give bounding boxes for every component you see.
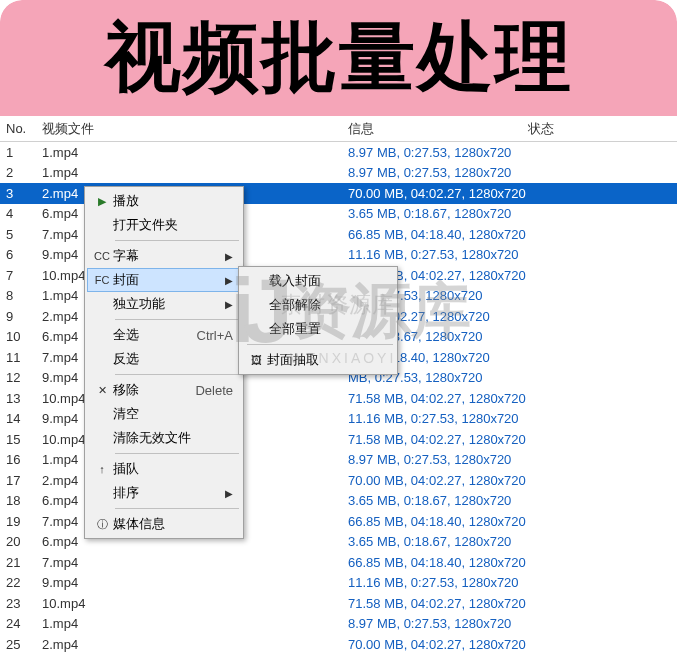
row-filename: 1.mp4 [38, 145, 348, 160]
row-no: 24 [0, 616, 38, 631]
close-icon: ✕ [91, 384, 113, 397]
row-info: 8.97 MB, 0:27.53, 1280x720 [348, 452, 677, 467]
row-info: 66.85 MB, 04:18.40, 1280x720 [348, 555, 677, 570]
table-row[interactable]: 21.mp48.97 MB, 0:27.53, 1280x720 [0, 163, 677, 184]
row-info: 8.97 MB, 0:27.53, 1280x720 [348, 616, 677, 631]
row-info: 66.85 MB, 04:18.40, 1280x720 [348, 227, 677, 242]
play-icon: ▶ [91, 195, 113, 208]
arrow-up-icon: ↑ [91, 463, 113, 475]
row-filename: 7.mp4 [38, 555, 348, 570]
row-info: 70.00 MB, 04:02.27, 1280x720 [348, 186, 677, 201]
row-info: 71.58 MB, 04:02.27, 1280x720 [348, 391, 677, 406]
menu-open-folder[interactable]: 打开文件夹 [87, 213, 241, 237]
row-info: 11.16 MB, 0:27.53, 1280x720 [348, 247, 677, 262]
row-no: 25 [0, 637, 38, 652]
context-menu: ▶ 播放 打开文件夹 CC 字幕 ▶ FC 封面 ▶ 载入封面 全部解除 全部重… [84, 186, 244, 539]
row-info: 8.97 MB, 0:27.53, 1280x720 [348, 145, 677, 160]
row-no: 3 [0, 186, 38, 201]
table-row[interactable]: 252.mp470.00 MB, 04:02.27, 1280x720 [0, 634, 677, 655]
row-no: 17 [0, 473, 38, 488]
menu-separator [115, 240, 239, 241]
header-info[interactable]: 信息 [348, 120, 528, 138]
row-filename: 1.mp4 [38, 616, 348, 631]
row-no: 11 [0, 350, 38, 365]
row-no: 6 [0, 247, 38, 262]
menu-clear-invalid[interactable]: 清除无效文件 [87, 426, 241, 450]
row-info: 3.65 MB, 0:18.67, 1280x720 [348, 534, 677, 549]
menu-sort[interactable]: 排序 ▶ [87, 481, 241, 505]
row-info: 70.00 MB, 04:02.27, 1280x720 [348, 473, 677, 488]
row-info: 11.16 MB, 0:27.53, 1280x720 [348, 411, 677, 426]
title-banner: 视频批量处理 [0, 0, 677, 116]
chevron-right-icon: ▶ [215, 275, 233, 286]
table-header: No. 视频文件 信息 状态 [0, 116, 677, 142]
row-no: 23 [0, 596, 38, 611]
table-row[interactable]: 2310.mp471.58 MB, 04:02.27, 1280x720 [0, 593, 677, 614]
submenu-extract-cover[interactable]: 🖼 封面抽取 [241, 348, 395, 372]
menu-play[interactable]: ▶ 播放 [87, 189, 241, 213]
menu-separator [247, 344, 393, 345]
menu-separator [115, 374, 239, 375]
row-no: 7 [0, 268, 38, 283]
row-no: 5 [0, 227, 38, 242]
menu-separator [115, 453, 239, 454]
cover-submenu: 载入封面 全部解除 全部重置 🖼 封面抽取 [238, 266, 398, 375]
row-no: 12 [0, 370, 38, 385]
row-no: 21 [0, 555, 38, 570]
row-filename: 9.mp4 [38, 575, 348, 590]
menu-independent[interactable]: 独立功能 ▶ [87, 292, 241, 316]
row-no: 2 [0, 165, 38, 180]
fc-icon: FC [91, 274, 113, 286]
menu-separator [115, 508, 239, 509]
row-no: 14 [0, 411, 38, 426]
menu-invert[interactable]: 反选 [87, 347, 241, 371]
row-no: 4 [0, 206, 38, 221]
row-no: 22 [0, 575, 38, 590]
row-info: 3.65 MB, 0:18.67, 1280x720 [348, 493, 677, 508]
image-icon: 🖼 [245, 354, 267, 366]
row-info: 71.58 MB, 04:02.27, 1280x720 [348, 432, 677, 447]
chevron-right-icon: ▶ [215, 488, 233, 499]
row-no: 1 [0, 145, 38, 160]
banner-title: 视频批量处理 [105, 7, 573, 110]
menu-media-info[interactable]: ⓘ 媒体信息 [87, 512, 241, 536]
menu-cover[interactable]: FC 封面 ▶ 载入封面 全部解除 全部重置 🖼 封面抽取 [87, 268, 241, 292]
row-info: 71.58 MB, 04:02.27, 1280x720 [348, 596, 677, 611]
row-info: 66.85 MB, 04:18.40, 1280x720 [348, 514, 677, 529]
table-row[interactable]: 217.mp466.85 MB, 04:18.40, 1280x720 [0, 552, 677, 573]
menu-separator [115, 319, 239, 320]
row-info: 11.16 MB, 0:27.53, 1280x720 [348, 575, 677, 590]
row-filename: 1.mp4 [38, 165, 348, 180]
row-filename: 10.mp4 [38, 596, 348, 611]
table-row[interactable]: 229.mp411.16 MB, 0:27.53, 1280x720 [0, 573, 677, 594]
menu-insert[interactable]: ↑ 插队 [87, 457, 241, 481]
row-no: 18 [0, 493, 38, 508]
menu-select-all[interactable]: 全选 Ctrl+A [87, 323, 241, 347]
row-no: 9 [0, 309, 38, 324]
row-no: 8 [0, 288, 38, 303]
submenu-remove-all[interactable]: 全部解除 [241, 293, 395, 317]
table-row[interactable]: 11.mp48.97 MB, 0:27.53, 1280x720 [0, 142, 677, 163]
row-filename: 2.mp4 [38, 637, 348, 652]
row-no: 10 [0, 329, 38, 344]
menu-remove[interactable]: ✕ 移除 Delete [87, 378, 241, 402]
row-no: 19 [0, 514, 38, 529]
submenu-reset-all[interactable]: 全部重置 [241, 317, 395, 341]
row-no: 16 [0, 452, 38, 467]
menu-clear[interactable]: 清空 [87, 402, 241, 426]
row-info: 3.65 MB, 0:18.67, 1280x720 [348, 206, 677, 221]
submenu-load-cover[interactable]: 载入封面 [241, 269, 395, 293]
header-status[interactable]: 状态 [528, 120, 677, 138]
row-no: 15 [0, 432, 38, 447]
header-no[interactable]: No. [0, 121, 38, 136]
row-no: 13 [0, 391, 38, 406]
header-file[interactable]: 视频文件 [38, 120, 348, 138]
info-icon: ⓘ [91, 517, 113, 532]
cc-icon: CC [91, 250, 113, 262]
row-no: 20 [0, 534, 38, 549]
menu-subtitle[interactable]: CC 字幕 ▶ [87, 244, 241, 268]
row-info: 70.00 MB, 04:02.27, 1280x720 [348, 637, 677, 652]
table-row[interactable]: 241.mp48.97 MB, 0:27.53, 1280x720 [0, 614, 677, 635]
chevron-right-icon: ▶ [215, 299, 233, 310]
chevron-right-icon: ▶ [215, 251, 233, 262]
